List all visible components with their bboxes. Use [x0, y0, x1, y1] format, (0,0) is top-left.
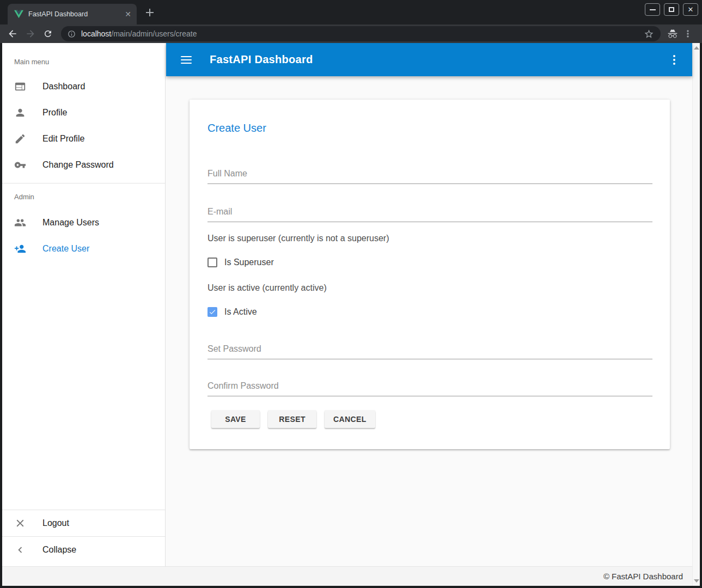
sidebar-item-change-password[interactable]: Change Password: [2, 152, 165, 178]
bookmark-star-icon[interactable]: [644, 29, 654, 39]
email-field: [207, 206, 652, 222]
sidebar-item-profile[interactable]: Profile: [2, 100, 165, 126]
person-add-icon: [14, 243, 26, 255]
card-title: Create User: [207, 121, 652, 134]
appbar-overflow-menu-icon[interactable]: [673, 55, 675, 65]
scrollbar-down-arrow-icon[interactable]: [694, 579, 699, 583]
browser-menu-icon[interactable]: [682, 28, 693, 39]
sidebar-item-label: Create User: [42, 244, 89, 254]
cancel-button[interactable]: CANCEL: [325, 411, 375, 428]
sidebar-item-label: Change Password: [42, 160, 114, 170]
full-name-field: [207, 168, 652, 184]
sidebar-item-label: Edit Profile: [42, 134, 84, 144]
superuser-status-text: User is superuser (currently is not a su…: [207, 233, 652, 244]
main-area: Create User User is superuser (currently…: [166, 76, 692, 566]
browser-tab[interactable]: FastAPI Dashboard ✕: [8, 4, 137, 24]
browser-tabstrip: FastAPI Dashboard ✕ ✕: [0, 0, 702, 24]
sidebar-item-collapse[interactable]: Collapse: [2, 537, 165, 563]
sidebar-item-label: Manage Users: [42, 218, 99, 228]
window-maximize-button[interactable]: [664, 3, 679, 16]
reset-button[interactable]: RESET: [268, 411, 316, 428]
window-minimize-button[interactable]: [645, 3, 660, 16]
sidebar-section-header-main: Main menu: [2, 43, 165, 74]
browser-window: FastAPI Dashboard ✕ ✕: [0, 0, 702, 588]
web-icon: [14, 81, 26, 93]
page-scrollbar[interactable]: [692, 43, 700, 586]
is-active-checkbox-row[interactable]: Is Active: [207, 305, 652, 318]
tab-close-icon[interactable]: ✕: [124, 10, 132, 19]
form-actions: SAVE RESET CANCEL: [207, 411, 652, 428]
email-input[interactable]: [207, 206, 652, 222]
browser-toolbar: localhost/main/admin/users/create: [0, 24, 702, 43]
page-content: Main menu Dashboard Profile Edit Profile: [2, 43, 700, 586]
close-icon: [14, 517, 26, 529]
confirm-password-field: [207, 381, 652, 396]
sidebar-item-label: Dashboard: [42, 82, 85, 91]
reload-icon[interactable]: [43, 29, 53, 39]
app-footer: © FastAPI Dashboard: [2, 566, 692, 586]
set-password-input[interactable]: [207, 344, 652, 359]
edit-icon: [14, 133, 26, 145]
create-user-card: Create User User is superuser (currently…: [190, 100, 670, 449]
is-superuser-checkbox[interactable]: [207, 258, 217, 267]
sidebar-section-header-admin: Admin: [2, 183, 165, 210]
appbar: FastAPI Dashboard: [166, 43, 692, 76]
is-active-label: Is Active: [224, 307, 257, 317]
tab-title: FastAPI Dashboard: [28, 10, 124, 18]
address-bar[interactable]: localhost/main/admin/users/create: [61, 26, 661, 41]
sidebar-item-label: Collapse: [42, 545, 76, 555]
sidebar-bottom: Logout Collapse: [2, 510, 165, 566]
scrollbar-up-arrow-icon[interactable]: [694, 46, 699, 50]
chevron-left-icon: [14, 544, 26, 556]
incognito-icon: [667, 28, 678, 39]
appbar-title: FastAPI Dashboard: [210, 53, 313, 66]
active-status-text: User is active (currently active): [207, 283, 652, 293]
new-tab-button[interactable]: [143, 6, 156, 19]
page-info-icon[interactable]: [68, 30, 76, 38]
person-icon: [14, 107, 26, 119]
key-icon: [14, 159, 26, 171]
sidebar-item-dashboard[interactable]: Dashboard: [2, 74, 165, 100]
is-superuser-checkbox-row[interactable]: Is Superuser: [207, 256, 652, 269]
sidebar-item-label: Profile: [42, 108, 67, 118]
footer-copyright: © FastAPI Dashboard: [603, 572, 683, 581]
sidebar-item-create-user[interactable]: Create User: [2, 236, 165, 262]
window-controls: ✕: [645, 3, 698, 16]
sidebar-item-logout[interactable]: Logout: [2, 510, 165, 536]
is-active-checkbox[interactable]: [207, 307, 217, 317]
save-button[interactable]: SAVE: [211, 411, 260, 428]
sidebar-item-manage-users[interactable]: Manage Users: [2, 210, 165, 236]
url-text: localhost/main/admin/users/create: [81, 29, 197, 38]
url-host: localhost: [81, 29, 111, 38]
window-close-button[interactable]: ✕: [683, 3, 698, 16]
sidebar-item-edit-profile[interactable]: Edit Profile: [2, 126, 165, 152]
forward-icon[interactable]: [25, 28, 36, 39]
sidebar-item-label: Logout: [42, 518, 69, 528]
set-password-field: [207, 344, 652, 359]
url-path: /main/admin/users/create: [111, 29, 197, 38]
is-superuser-label: Is Superuser: [224, 258, 274, 267]
sidebar: Main menu Dashboard Profile Edit Profile: [2, 43, 166, 566]
vue-logo-icon: [14, 10, 23, 19]
back-icon[interactable]: [7, 28, 18, 39]
confirm-password-input[interactable]: [207, 381, 652, 396]
group-icon: [14, 217, 26, 229]
hamburger-menu-icon[interactable]: [181, 56, 192, 64]
full-name-input[interactable]: [207, 168, 652, 184]
